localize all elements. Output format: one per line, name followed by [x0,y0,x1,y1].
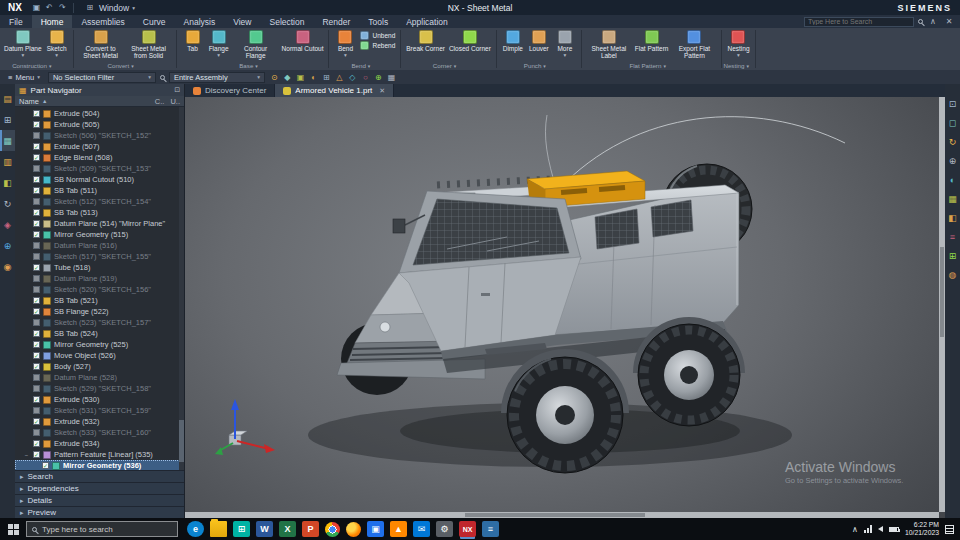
roles-icon[interactable]: ◉ [0,256,15,277]
viewport-tab-armored-vehicle-1-prt[interactable]: Armored Vehicle 1.prt✕ [275,84,394,97]
feature-checkbox[interactable]: ✓ [33,396,40,403]
file-explorer-icon[interactable] [210,521,227,537]
sheet-metal-label-button[interactable]: Sheet Metal Label [585,29,633,60]
window-menu-button[interactable]: ⊞ Window ▾ [78,3,141,13]
tree-item[interactable]: Sketch (533) "SKETCH_160" [15,427,184,438]
feature-checkbox[interactable]: ✓ [33,352,40,359]
selection-scope-icon[interactable] [160,75,165,80]
feature-checkbox[interactable]: ✓ [33,110,40,117]
feature-checkbox[interactable] [33,374,40,381]
tree-item[interactable]: ✓Extrude (530) [15,394,184,405]
vertical-scrollbar-thumb[interactable] [940,247,944,337]
feature-checkbox[interactable]: ✓ [33,187,40,194]
view-manager-icon[interactable]: ◧ [0,172,15,193]
vlc-icon[interactable]: ▲ [390,521,407,537]
tree-item[interactable]: ✓Extrude (532) [15,416,184,427]
flat-pattern-button[interactable]: Flat Pattern [633,29,671,53]
feature-checkbox[interactable] [33,286,40,293]
viewport-tab-discovery-center[interactable]: Discovery Center [185,84,275,97]
snap-point-icon[interactable]: ⊙ [269,72,280,83]
snap-vertex-icon[interactable]: △ [334,72,345,83]
unbend-button[interactable]: Unbend [358,31,397,40]
panel-search[interactable]: ▸Search [15,470,184,482]
feature-checkbox[interactable]: ✓ [33,121,40,128]
feature-checkbox[interactable]: ✓ [33,297,40,304]
edge-icon[interactable]: e [187,521,204,537]
process-studio-icon[interactable]: ◈ [0,214,15,235]
flange-button[interactable]: Flange▾ [206,29,232,59]
tray-expand-icon[interactable]: ∧ [852,525,858,534]
tree-item[interactable]: −✓Pattern Feature [Linear] (535) [15,449,184,460]
zoom-icon[interactable]: ◻ [945,113,960,132]
network-icon[interactable] [864,525,872,533]
settings-icon[interactable]: ⚙ [436,521,453,537]
datum-plane-button[interactable]: Datum Plane▾ [2,29,44,59]
feature-checkbox[interactable]: ✓ [33,308,40,315]
assembly-navigator-icon[interactable]: ▤ [0,88,15,109]
reuse-library-icon[interactable]: ▥ [0,151,15,172]
tree-item[interactable]: ✓Move Object (526) [15,350,184,361]
command-search-input[interactable] [804,17,914,27]
tree-item[interactable]: Sketch (531) "SKETCH_159" [15,405,184,416]
tab-button[interactable]: Tab [180,29,206,53]
horizontal-scrollbar-thumb[interactable] [465,513,645,517]
tree-item[interactable]: ✓SB Tab (521) [15,295,184,306]
notepad-icon[interactable]: ≡ [482,521,499,537]
section-view-icon[interactable]: ≡ [945,227,960,246]
feature-checkbox[interactable]: ✓ [33,154,40,161]
bend-button[interactable]: Bend▾ [332,29,358,59]
fit-view-icon[interactable]: ⊡ [945,94,960,113]
normal-cutout-button[interactable]: Normal Cutout [280,29,326,53]
more-button[interactable]: More▾ [552,29,578,59]
tree-item[interactable]: Datum Plane (528) [15,372,184,383]
store-icon[interactable]: ⊞ [233,521,250,537]
graphics-canvas[interactable]: Activate Windows Go to Settings to activ… [185,97,945,518]
volume-icon[interactable] [878,526,883,532]
tree-item[interactable]: ✓SB Flange (522) [15,306,184,317]
tab-view[interactable]: View [224,15,260,28]
convert-to-sheet-metal-button[interactable]: Convert to Sheet Metal [77,29,125,60]
break-corner-button[interactable]: Break Corner [404,29,447,53]
contour-flange-button[interactable]: Contour Flange [232,29,280,60]
tree-item[interactable]: Sketch (506) "SKETCH_152" [15,130,184,141]
feature-checkbox[interactable] [33,319,40,326]
action-center-icon[interactable] [945,525,954,534]
close-icon[interactable]: ✕ [943,17,955,26]
window-layout-icon[interactable]: ⊞ [945,246,960,265]
battery-icon[interactable] [889,527,899,532]
pan-icon[interactable]: ⊕ [945,151,960,170]
tree-item[interactable]: ✓Extrude (505) [15,119,184,130]
snap-quadrant-icon[interactable]: ◇ [347,72,358,83]
louver-button[interactable]: Louver [526,29,552,53]
tab-application[interactable]: Application [397,15,457,28]
tree-item[interactable]: Sketch (512) "SKETCH_154" [15,196,184,207]
part-navigator-icon[interactable]: ▦ [0,130,15,151]
tab-render[interactable]: Render [313,15,359,28]
tree-scrollbar[interactable] [179,107,184,470]
tab-analysis[interactable]: Analysis [175,15,225,28]
tree-item[interactable]: Sketch (523) "SKETCH_157" [15,317,184,328]
shaded-mode-icon[interactable]: ◐ [945,170,960,189]
redo-icon[interactable]: ↷ [56,2,69,14]
viewport-vertical-scrollbar[interactable] [939,97,945,512]
tree-item[interactable]: Datum Plane (516) [15,240,184,251]
feature-checkbox[interactable] [33,407,40,414]
feature-checkbox[interactable] [33,429,40,436]
feature-checkbox[interactable] [33,275,40,282]
manufacturing-icon[interactable]: ⊕ [0,235,15,256]
tree-column-header[interactable]: Name ▲ C.. U.. [15,96,184,107]
powerpoint-icon[interactable]: P [302,521,319,537]
snap-center-icon[interactable]: ◐ [308,72,319,83]
tab-selection[interactable]: Selection [260,15,313,28]
nx-icon[interactable]: NX [459,521,476,537]
closed-corner-button[interactable]: Closed Corner [447,29,493,53]
tab-file[interactable]: File [0,15,32,28]
menu-button[interactable]: ≡ Menu ▾ [4,73,44,82]
feature-checkbox[interactable]: ✓ [33,341,40,348]
tree-item[interactable]: Sketch (517) "SKETCH_155" [15,251,184,262]
feature-checkbox[interactable]: ✓ [33,363,40,370]
render-style-icon[interactable]: ◍ [945,265,960,284]
tree-item[interactable]: ✓Body (527) [15,361,184,372]
tree-item[interactable]: ✓Edge Blend (508) [15,152,184,163]
history-icon[interactable]: ↻ [0,193,15,214]
